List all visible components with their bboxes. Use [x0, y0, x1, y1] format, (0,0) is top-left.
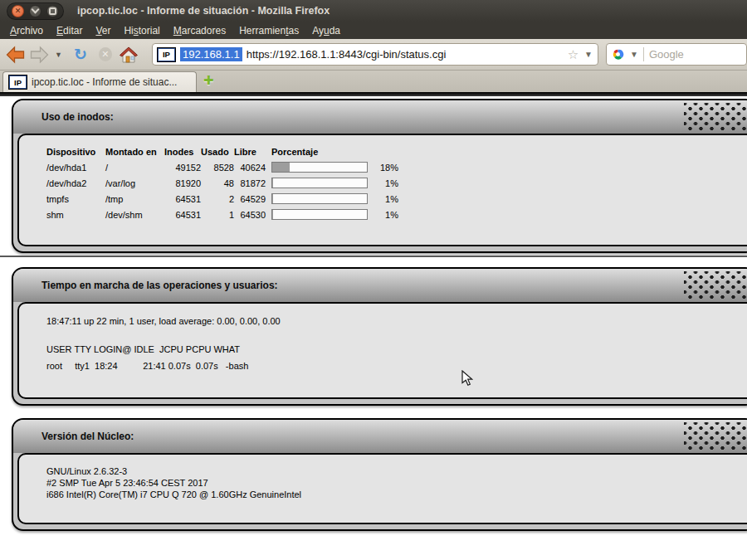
table-row: /dev/hda1/4915285284062418%	[46, 159, 398, 175]
cell-free: 81872	[234, 175, 266, 191]
back-arrow-icon	[5, 46, 26, 64]
search-box[interactable]: ▼ Google	[606, 43, 747, 66]
url-selected-text: 192.168.1.1	[180, 47, 242, 61]
menu-item-archivo[interactable]: Archivo	[3, 23, 50, 38]
menu-item-ayuda[interactable]: Ayuda	[305, 23, 347, 38]
maximize-window-icon[interactable]	[46, 5, 59, 17]
panel-kernel-version: Versión del Núcleo: GNU/Linux 2.6.32-3 #…	[12, 418, 747, 531]
progress-bar	[271, 162, 368, 173]
progress-bar-fill	[272, 194, 273, 203]
column-header: Inodes	[164, 144, 201, 159]
panel-title: Uso de inodos:	[42, 111, 114, 123]
forward-button[interactable]	[29, 46, 50, 64]
tab-label: ipcop.tic.loc - Informe de situac...	[32, 76, 177, 88]
cell-percentage: 1%	[368, 191, 398, 207]
tab-favicon: IP	[9, 75, 27, 89]
section-separator	[0, 256, 747, 257]
menu-item-herramientas[interactable]: Herramientas	[232, 23, 305, 38]
panel-uptime-users: Tiempo en marcha de las operaciones y us…	[12, 267, 747, 406]
progress-bar	[271, 193, 368, 204]
cell-percentage: 1%	[368, 207, 398, 222]
menu-item-editar[interactable]: Editar	[50, 23, 89, 38]
stop-button[interactable]: ✕	[99, 47, 112, 61]
panel-uptime-users-header: Tiempo en marcha de las operaciones y us…	[13, 269, 747, 302]
cell-mount: /	[105, 159, 164, 175]
bookmark-star-icon[interactable]: ☆	[568, 47, 579, 62]
cell-free: 64529	[234, 191, 266, 207]
cell-inodes: 64531	[164, 191, 201, 207]
google-logo-icon	[612, 48, 624, 61]
menu-item-marcadores[interactable]: Marcadores	[167, 23, 232, 38]
table-row: /dev/hda2/var/log8192048818721%	[46, 175, 398, 191]
cell-inodes: 49152	[164, 159, 201, 175]
column-header: Libre	[234, 144, 266, 159]
panel-kernel-version-header: Versión del Núcleo:	[13, 420, 747, 453]
dots-decoration	[684, 422, 747, 450]
panel-inode-usage-header: Uso de inodos:	[13, 100, 747, 134]
url-text: https://192.168.1.1:8443/cgi-bin/status.…	[247, 48, 447, 61]
home-icon	[119, 46, 139, 64]
titlebar: ✕ ipcop.tic.loc - Informe de situación -…	[0, 0, 747, 22]
column-header-empty	[368, 144, 398, 159]
panel-title: Tiempo en marcha de las operaciones y us…	[42, 280, 278, 291]
panel-kernel-version-body: GNU/Linux 2.6.32-3 #2 SMP Tue Apr 5 23:4…	[17, 453, 747, 524]
kernel-line: #2 SMP Tue Apr 5 23:46:54 CEST 2017	[46, 477, 747, 489]
progress-bar	[271, 178, 368, 188]
search-engine-caret[interactable]: ▼	[630, 50, 638, 59]
column-header: Usado	[201, 144, 234, 159]
cell-used: 1	[201, 207, 234, 222]
table-row: shm/dev/shm645311645301%	[46, 207, 398, 222]
cell-inodes: 64531	[164, 207, 201, 222]
column-header: Dispositivo	[46, 144, 105, 159]
mouse-cursor	[461, 370, 473, 387]
progress-bar-fill	[272, 163, 290, 172]
panel-inode-usage-body: Dispositivo Montado en Inodes Usado Libr…	[17, 134, 747, 246]
who-user-row: root tty1 18:24 21:41 0.07s 0.07s -bash	[46, 361, 747, 371]
progress-bar	[271, 209, 368, 220]
close-window-icon[interactable]: ✕	[12, 5, 24, 17]
cell-inodes: 81920	[164, 175, 201, 191]
search-input[interactable]: Google	[649, 48, 684, 61]
cell-usage-bar	[266, 207, 368, 222]
reload-button[interactable]: ↻	[74, 45, 87, 64]
url-bar[interactable]: IP 192.168.1.1 https://192.168.1.1:8443/…	[152, 43, 598, 66]
panel-title: Versión del Núcleo:	[42, 431, 134, 442]
url-dropdown-caret[interactable]: ▼	[584, 50, 593, 59]
menu-item-historial[interactable]: Historial	[117, 23, 166, 38]
panel-inode-usage: Uso de inodos: Dispositivo Montado en In…	[12, 99, 747, 253]
cell-usage-bar	[266, 191, 368, 207]
cell-mount: /dev/shm	[105, 207, 164, 222]
cell-device: /dev/hda1	[46, 159, 105, 175]
progress-bar-fill	[272, 178, 273, 187]
back-button[interactable]	[5, 46, 26, 64]
cell-used: 8528	[201, 159, 234, 175]
cell-usage-bar	[266, 159, 368, 175]
tabbar: IP ipcop.tic.loc - Informe de situac... …	[0, 71, 747, 92]
dots-decoration	[684, 103, 747, 131]
cell-percentage: 1%	[368, 175, 398, 191]
window-title: ipcop.tic.loc - Informe de situación - M…	[77, 5, 330, 17]
cell-free: 40624	[234, 159, 266, 175]
panel-uptime-users-body: 18:47:11 up 22 min, 1 user, load average…	[17, 302, 747, 399]
window-buttons: ✕	[7, 2, 64, 20]
minimize-window-icon[interactable]	[29, 5, 42, 17]
uptime-line: 18:47:11 up 22 min, 1 user, load average…	[46, 316, 747, 326]
inode-table-body: /dev/hda1/4915285284062418%/dev/hda2/var…	[46, 159, 398, 222]
kernel-line: i686 Intel(R) Core(TM) i7 CPU Q 720 @ 1.…	[46, 489, 747, 500]
site-favicon: IP	[158, 48, 175, 61]
who-header-line: USER TTY LOGIN@ IDLE JCPU PCPU WHAT	[46, 344, 747, 354]
home-button[interactable]	[119, 46, 139, 64]
forward-arrow-icon	[29, 46, 50, 64]
cell-mount: /tmp	[105, 191, 164, 207]
search-divider	[643, 47, 644, 61]
new-tab-button[interactable]: ✚	[203, 73, 214, 88]
history-dropdown-caret[interactable]: ▼	[55, 51, 62, 59]
cell-device: tmpfs	[46, 191, 105, 207]
menu-item-ver[interactable]: Ver	[89, 23, 117, 38]
tab-active[interactable]: IP ipcop.tic.loc - Informe de situac...	[2, 71, 197, 92]
table-row: tmpfs/tmp645312645291%	[46, 191, 398, 207]
navigation-toolbar: ▼ ↻ ✕ IP 192.168.1.1 https://192.168.1.1…	[0, 39, 747, 71]
page-content: Uso de inodos: Dispositivo Montado en In…	[0, 96, 747, 560]
cell-free: 64530	[234, 207, 266, 222]
cell-used: 2	[201, 191, 234, 207]
